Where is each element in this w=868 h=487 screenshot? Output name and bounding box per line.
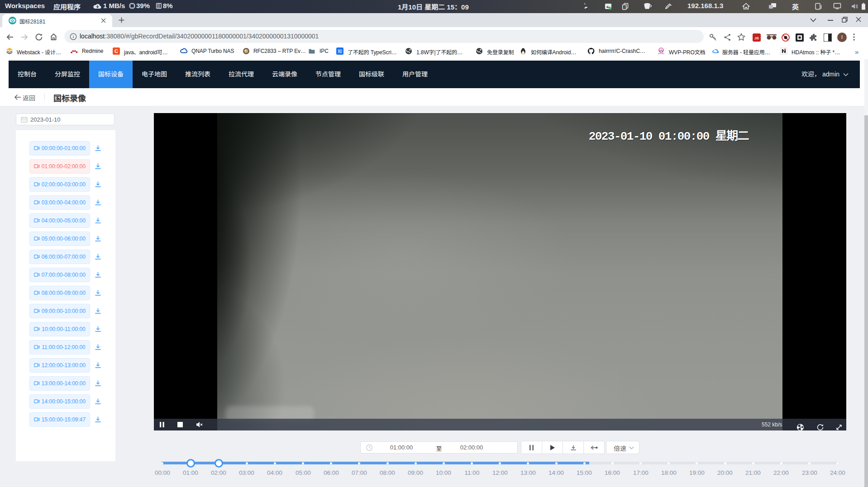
svg-text:知: 知 [338, 49, 342, 54]
svg-text:JS: JS [754, 36, 759, 40]
svg-text:WVP-PRO: WVP-PRO [658, 53, 665, 55]
svg-text:C: C [114, 48, 118, 54]
